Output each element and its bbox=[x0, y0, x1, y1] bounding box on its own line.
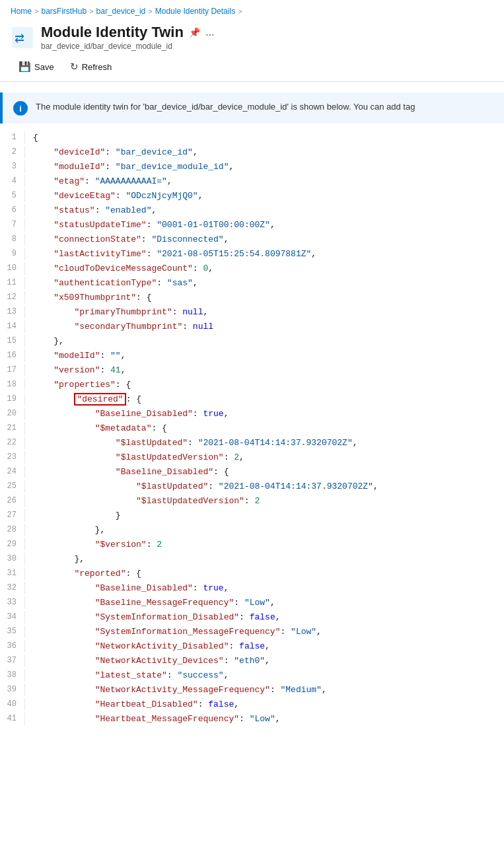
page-title: Module Identity Twin 📌 … bbox=[41, 24, 215, 41]
line-number: 26 bbox=[0, 495, 25, 507]
line-content: "x509Thumbprint": { bbox=[33, 291, 504, 305]
table-row: 3 "moduleId": "bar_device_module_id", bbox=[0, 160, 504, 175]
table-row: 40 "Heartbeat_Disabled": false, bbox=[0, 698, 504, 713]
table-row: 19 "desired": { bbox=[0, 393, 504, 407]
line-number: 15 bbox=[0, 335, 25, 347]
line-content: "cloudToDeviceMessageCount": 0, bbox=[33, 262, 504, 276]
line-number: 11 bbox=[0, 277, 25, 289]
refresh-icon: ↻ bbox=[70, 61, 79, 73]
line-content: "Baseline_Disabled": { bbox=[33, 466, 504, 479]
line-number: 22 bbox=[0, 437, 25, 449]
table-row: 41 "Heartbeat_MessageFrequency": "Low", bbox=[0, 713, 504, 727]
breadcrumb-module-identity[interactable]: Module Identity Details bbox=[155, 7, 235, 16]
table-row: 7 "statusUpdateTime": "0001-01-01T00:00:… bbox=[0, 219, 504, 233]
table-row: 8 "connectionState": "Disconnected", bbox=[0, 233, 504, 248]
table-row: 39 "NetworkActivity_MessageFrequency": "… bbox=[0, 684, 504, 698]
line-content: "NetworkActivity_Devices": "eth0", bbox=[33, 655, 504, 668]
save-button[interactable]: 💾 Save bbox=[11, 57, 62, 76]
table-row: 11 "authenticationType": "sas", bbox=[0, 277, 504, 291]
breadcrumb: Home > barsFirstHub > bar_device_id > Mo… bbox=[0, 0, 504, 20]
breadcrumb-sep-3: > bbox=[148, 7, 152, 15]
line-number: 21 bbox=[0, 422, 25, 435]
table-row: 38 "latest_state": "success", bbox=[0, 669, 504, 684]
info-banner: i The module identity twin for 'bar_devi… bbox=[0, 92, 504, 124]
line-number: 18 bbox=[0, 378, 25, 391]
pin-icon[interactable]: 📌 bbox=[189, 27, 200, 38]
breadcrumb-sep-2: > bbox=[89, 7, 93, 15]
breadcrumb-home[interactable]: Home bbox=[11, 7, 32, 16]
table-row: 18 "properties": { bbox=[0, 378, 504, 393]
line-number: 38 bbox=[0, 669, 25, 682]
table-row: 1{ bbox=[0, 131, 504, 146]
line-number: 2 bbox=[0, 146, 25, 159]
table-row: 27 } bbox=[0, 509, 504, 524]
table-row: 2 "deviceId": "bar_device_id", bbox=[0, 146, 504, 160]
line-content: "desired": { bbox=[33, 393, 504, 407]
breadcrumb-sep-4: > bbox=[238, 7, 242, 15]
line-number: 14 bbox=[0, 320, 25, 333]
line-content: }, bbox=[33, 524, 504, 538]
table-row: 16 "modelId": "", bbox=[0, 349, 504, 364]
refresh-button[interactable]: ↻ Refresh bbox=[62, 57, 120, 76]
line-content: "NetworkActivity_Disabled": false, bbox=[33, 640, 504, 654]
svg-text:⇄: ⇄ bbox=[15, 32, 24, 45]
line-content: "modelId": "", bbox=[33, 349, 504, 363]
line-number: 4 bbox=[0, 175, 25, 188]
table-row: 34 "SystemInformation_Disabled": false, bbox=[0, 611, 504, 625]
line-number: 29 bbox=[0, 538, 25, 551]
line-number: 9 bbox=[0, 248, 25, 260]
line-number: 36 bbox=[0, 640, 25, 653]
save-label: Save bbox=[34, 62, 54, 72]
table-row: 6 "status": "enabled", bbox=[0, 204, 504, 219]
more-icon[interactable]: … bbox=[205, 27, 215, 38]
line-content: "status": "enabled", bbox=[33, 204, 504, 218]
line-content: "Baseline_Disabled": true, bbox=[33, 582, 504, 596]
line-number: 10 bbox=[0, 262, 25, 275]
line-number: 33 bbox=[0, 596, 25, 609]
table-row: 17 "version": 41, bbox=[0, 364, 504, 378]
table-row: 36 "NetworkActivity_Disabled": false, bbox=[0, 640, 504, 655]
line-number: 6 bbox=[0, 204, 25, 217]
line-content: "deviceEtag": "ODczNjcyMjQ0", bbox=[33, 190, 504, 203]
line-content: "$metadata": { bbox=[33, 422, 504, 436]
line-content: "SystemInformation_MessageFrequency": "L… bbox=[33, 625, 504, 639]
table-row: 21 "$metadata": { bbox=[0, 422, 504, 437]
line-content: "deviceId": "bar_device_id", bbox=[33, 146, 504, 160]
table-row: 32 "Baseline_Disabled": true, bbox=[0, 582, 504, 596]
line-number: 30 bbox=[0, 553, 25, 565]
breadcrumb-hub[interactable]: barsFirstHub bbox=[41, 7, 87, 16]
toolbar: 💾 Save ↻ Refresh bbox=[0, 52, 504, 82]
table-row: 15 }, bbox=[0, 335, 504, 349]
table-row: 24 "Baseline_Disabled": { bbox=[0, 466, 504, 480]
line-number: 17 bbox=[0, 364, 25, 376]
line-number: 28 bbox=[0, 524, 25, 536]
line-content: "Heartbeat_MessageFrequency": "Low", bbox=[33, 713, 504, 726]
table-row: 28 }, bbox=[0, 524, 504, 538]
line-content: "latest_state": "success", bbox=[33, 669, 504, 683]
line-number: 27 bbox=[0, 509, 25, 522]
line-number: 41 bbox=[0, 713, 25, 725]
line-content: "connectionState": "Disconnected", bbox=[33, 233, 504, 247]
line-content: "Baseline_MessageFrequency": "Low", bbox=[33, 596, 504, 610]
line-content: "$version": 2 bbox=[33, 538, 504, 552]
line-content: "Heartbeat_Disabled": false, bbox=[33, 698, 504, 712]
page-subtitle: bar_device_id/bar_device_module_id bbox=[41, 42, 215, 51]
line-content: { bbox=[33, 131, 504, 145]
table-row: 22 "$lastUpdated": "2021-08-04T14:14:37.… bbox=[0, 437, 504, 451]
line-number: 5 bbox=[0, 190, 25, 202]
table-row: 14 "secondaryThumbprint": null bbox=[0, 320, 504, 335]
breadcrumb-device[interactable]: bar_device_id bbox=[96, 7, 146, 16]
breadcrumb-sep-1: > bbox=[34, 7, 38, 15]
line-content: "secondaryThumbprint": null bbox=[33, 320, 504, 334]
line-content: "SystemInformation_Disabled": false, bbox=[33, 611, 504, 625]
table-row: 13 "primaryThumbprint": null, bbox=[0, 306, 504, 320]
code-editor: 1{2 "deviceId": "bar_device_id",3 "modul… bbox=[0, 131, 504, 727]
table-row: 5 "deviceEtag": "ODczNjcyMjQ0", bbox=[0, 190, 504, 204]
line-number: 39 bbox=[0, 684, 25, 696]
line-number: 40 bbox=[0, 698, 25, 711]
table-row: 9 "lastActivityTime": "2021-08-05T15:25:… bbox=[0, 248, 504, 262]
info-text: The module identity twin for 'bar_device… bbox=[36, 100, 415, 114]
line-content: "primaryThumbprint": null, bbox=[33, 306, 504, 320]
line-number: 8 bbox=[0, 233, 25, 246]
page-title-text: Module Identity Twin bbox=[41, 24, 184, 41]
